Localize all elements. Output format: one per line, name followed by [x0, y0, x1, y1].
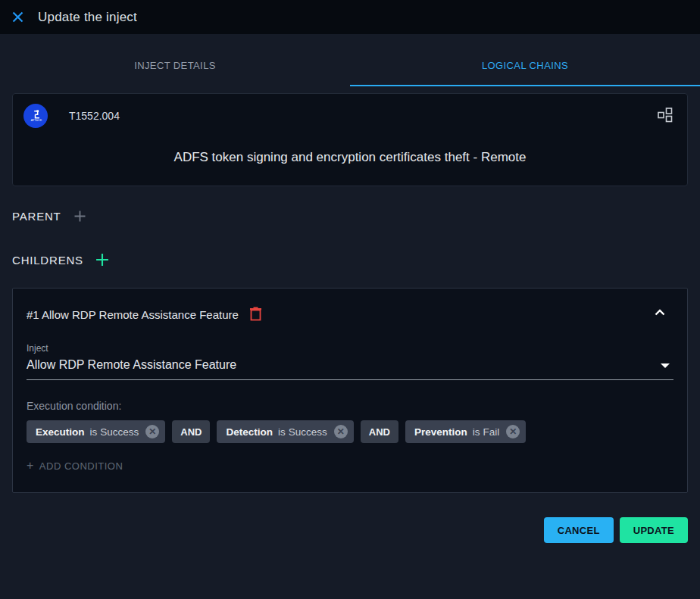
update-button[interactable]: UPDATE: [620, 517, 688, 543]
svg-text:ATT&CK: ATT&CK: [31, 119, 42, 122]
tab-bar: INJECT DETAILS LOGICAL CHAINS: [0, 34, 700, 86]
tab-inject-details[interactable]: INJECT DETAILS: [0, 34, 350, 86]
childrens-label: CHILDRENS: [12, 254, 83, 267]
condition-operator: is: [90, 426, 98, 438]
chevron-up-icon[interactable]: [654, 307, 669, 322]
condition-value: Success: [100, 426, 139, 438]
execution-condition-label: Execution condition:: [27, 400, 673, 412]
inject-card-header: ATT&CK T1552.004: [13, 94, 687, 138]
plus-icon: +: [27, 460, 34, 472]
remove-condition-icon[interactable]: ✕: [334, 425, 348, 438]
condition-value: Fail: [483, 426, 499, 438]
condition-name: Detection: [226, 426, 273, 438]
condition-chips-row: Execution is Success ✕ AND Detection is …: [27, 420, 673, 443]
diagram-nodes-icon[interactable]: [657, 107, 675, 125]
delete-child-icon[interactable]: [249, 307, 263, 322]
inject-summary-card: ATT&CK T1552.004 ADFS token signing and …: [12, 93, 688, 186]
child-chain-card: #1 Allow RDP Remote Assistance Feature I…: [12, 288, 688, 493]
child-header: #1 Allow RDP Remote Assistance Feature: [27, 307, 673, 322]
caret-down-icon: [660, 358, 670, 372]
condition-chip-execution: Execution is Success ✕: [27, 420, 165, 443]
inject-select[interactable]: Allow RDP Remote Assistance Feature: [27, 358, 673, 380]
and-connector: AND: [361, 420, 398, 443]
condition-operator: is: [278, 426, 286, 438]
condition-chip-detection: Detection is Success ✕: [217, 420, 353, 443]
add-condition-button[interactable]: + ADD CONDITION: [27, 460, 123, 472]
inject-title: ADFS token signing and encryption certif…: [13, 138, 687, 186]
add-condition-label: ADD CONDITION: [39, 460, 123, 472]
inject-field-label: Inject: [27, 343, 673, 354]
cancel-button[interactable]: CANCEL: [544, 517, 614, 543]
condition-name: Prevention: [414, 426, 467, 438]
inject-select-field: Inject Allow RDP Remote Assistance Featu…: [27, 343, 673, 380]
and-connector: AND: [172, 420, 210, 443]
child-title: #1 Allow RDP Remote Assistance Feature: [27, 308, 239, 321]
inject-select-value: Allow RDP Remote Assistance Feature: [27, 358, 660, 372]
add-parent-icon[interactable]: [73, 209, 87, 223]
tab-logical-chains[interactable]: LOGICAL CHAINS: [350, 34, 700, 86]
condition-operator: is: [473, 426, 480, 438]
childrens-section: CHILDRENS: [12, 253, 688, 267]
condition-name: Execution: [36, 426, 85, 438]
condition-value: Success: [289, 426, 327, 438]
condition-chip-prevention: Prevention is Fail ✕: [405, 420, 526, 443]
mitre-attack-icon: ATT&CK: [23, 104, 48, 128]
remove-condition-icon[interactable]: ✕: [506, 425, 520, 438]
modal-title: Update the inject: [38, 10, 137, 25]
close-icon[interactable]: [11, 11, 24, 24]
remove-condition-icon[interactable]: ✕: [145, 425, 159, 438]
parent-label: PARENT: [12, 210, 61, 223]
footer-actions: CANCEL UPDATE: [12, 517, 688, 543]
add-child-icon[interactable]: [95, 253, 109, 267]
parent-section: PARENT: [12, 209, 688, 223]
modal-header: Update the inject: [0, 0, 700, 34]
technique-id: T1552.004: [69, 110, 120, 122]
